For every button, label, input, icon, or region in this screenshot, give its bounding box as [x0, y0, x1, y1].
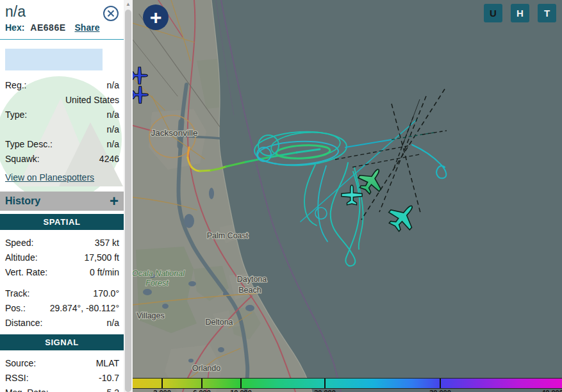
planespotters-link[interactable]: View on Planespotters [5, 172, 94, 183]
scrollbar-thumb[interactable] [125, 10, 131, 392]
map[interactable]: Jacksonville Palm Coast Daytona Beach De… [133, 0, 562, 392]
signal-details: Source: MLAT RSSI: -10.7 Msg. Rate: 5.2 [0, 356, 124, 392]
label-villages: Villages [136, 311, 165, 320]
share-link[interactable]: Share [75, 22, 100, 33]
label-palm-coast: Palm Coast [207, 231, 249, 240]
hex-value: AE686E [30, 22, 65, 33]
heatmap-button[interactable]: H [511, 4, 529, 22]
table-row: United States [5, 93, 119, 108]
map-toggle-buttons: U H T [484, 4, 556, 22]
label-ocala-forest-2: Forest [145, 279, 169, 288]
panel-scrollbar[interactable]: ▲ [124, 0, 133, 392]
table-row: Type Desc.: n/a [5, 137, 119, 152]
table-row: Pos.: 29.874°, -80.112° [5, 301, 119, 316]
row-label: Distance: [5, 316, 42, 331]
expand-plus-icon[interactable]: + [110, 193, 119, 209]
table-row: Speed: 357 kt [5, 236, 119, 250]
scale-label: 30,000 [421, 389, 459, 392]
row-value: 4246 [40, 152, 119, 167]
table-row: Altitude: 17,500 ft [5, 250, 119, 265]
hex-label: Hex: [5, 22, 24, 33]
scale-label: 20,000 [306, 389, 344, 392]
row-label: RSSI: [5, 371, 29, 386]
row-label: Track: [5, 286, 29, 301]
row-value: n/a [53, 137, 119, 152]
row-value: United States [5, 93, 119, 108]
label-ocala-forest: Ocala National [133, 269, 185, 278]
row-value: -10.7 [29, 371, 119, 386]
row-value: n/a [27, 108, 119, 122]
table-row: Distance: n/a [5, 316, 119, 331]
flag-placeholder [5, 49, 103, 70]
tracks-button[interactable]: T [538, 4, 556, 22]
zoom-in-button[interactable]: + [143, 4, 169, 30]
aircraft-info-panel: n/a Hex: AE686E Share Reg.: n/a United S… [0, 0, 124, 392]
row-label: Pos.: [5, 301, 26, 316]
row-label: Reg.: [5, 78, 26, 93]
row-label: Altitude: [5, 250, 38, 265]
table-row: Source: MLAT [5, 356, 119, 371]
row-value: n/a [26, 78, 119, 93]
row-value: 170.0° [29, 286, 119, 301]
row-label: Source: [5, 356, 36, 371]
altitude-color-scale [133, 378, 562, 389]
table-row: Reg.: n/a [5, 78, 119, 93]
scale-tick [440, 379, 441, 388]
scale-label: 6,000 [183, 389, 221, 392]
row-label: Squawk: [5, 152, 40, 167]
history-section-header[interactable]: History + [0, 192, 124, 211]
table-row: Msg. Rate: 5.2 [5, 386, 119, 392]
page-title: n/a [5, 3, 119, 20]
row-value: 17,500 ft [38, 250, 119, 265]
row-label: Speed: [5, 236, 33, 250]
spatial-details: Speed: 357 kt Altitude: 17,500 ft Vert. … [0, 236, 124, 331]
scale-tick [161, 379, 163, 388]
row-value: 357 kt [33, 236, 119, 250]
units-button[interactable]: U [484, 4, 502, 22]
scale-tick [324, 379, 326, 388]
table-row: Track: 170.0° [5, 286, 119, 301]
aircraft-details: Reg.: n/a United States Type: n/a n/a Ty… [0, 78, 124, 167]
map-canvas[interactable]: Jacksonville Palm Coast Daytona Beach De… [133, 0, 562, 392]
row-value: n/a [42, 316, 119, 331]
flight-tracker-app: n/a Hex: AE686E Share Reg.: n/a United S… [0, 0, 562, 392]
label-daytona-beach: Beach [238, 286, 261, 295]
row-label: Vert. Rate: [5, 265, 47, 280]
row-label: Msg. Rate: [5, 386, 49, 392]
scale-tick [240, 379, 242, 388]
label-jacksonville: Jacksonville [151, 128, 198, 138]
label-deltona: Deltona [205, 318, 233, 327]
scale-label: 40,000 [533, 389, 562, 392]
divider [0, 39, 124, 40]
row-value: 0 ft/min [47, 265, 119, 280]
table-row: Vert. Rate: 0 ft/min [5, 265, 119, 280]
label-daytona: Daytona [237, 275, 267, 284]
label-orlando: Orlando [192, 364, 221, 373]
row-label: Type: [5, 108, 27, 122]
history-label: History [5, 195, 40, 207]
scale-label: 2,000 [143, 389, 181, 392]
scrollbar-up-icon[interactable]: ▲ [124, 1, 133, 7]
row-value: 5.2 [49, 386, 119, 392]
spatial-section-header: SPATIAL [0, 214, 124, 230]
close-icon[interactable] [103, 5, 119, 22]
table-row: n/a [5, 122, 119, 137]
table-row: Squawk: 4246 [5, 152, 119, 167]
row-value: n/a [5, 122, 119, 137]
hex-row: Hex: AE686E Share [0, 20, 124, 33]
table-row: Type: n/a [5, 108, 119, 122]
scale-tick [201, 379, 202, 388]
row-value: MLAT [36, 356, 119, 371]
scale-label: 10,000 [222, 389, 260, 392]
row-value: 29.874°, -80.112° [26, 301, 119, 316]
signal-section-header: SIGNAL [0, 334, 124, 350]
row-label: Type Desc.: [5, 137, 53, 152]
table-row: RSSI: -10.7 [5, 371, 119, 386]
